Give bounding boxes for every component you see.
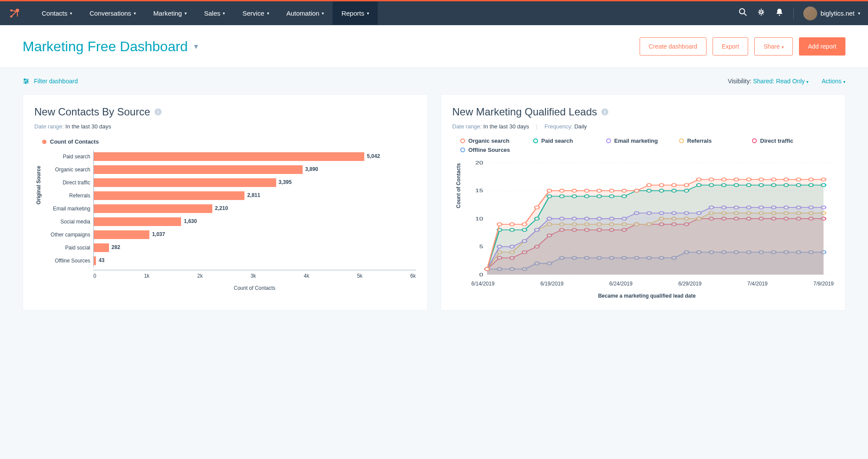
data-point[interactable]	[535, 206, 539, 209]
nav-item-reports[interactable]: Reports ▾	[333, 2, 378, 25]
chevron-down-icon: ▾	[134, 11, 136, 16]
bar-fill[interactable]	[94, 165, 303, 174]
data-point[interactable]	[597, 189, 601, 192]
data-point[interactable]	[497, 223, 502, 226]
bar-category-label: Referrals	[43, 193, 94, 199]
data-point[interactable]	[696, 178, 701, 181]
data-point[interactable]	[509, 223, 514, 226]
data-point[interactable]	[821, 178, 825, 181]
notifications-icon[interactable]	[775, 8, 784, 19]
bar-value-label: 2,811	[244, 192, 260, 198]
bar-category-label: Paid search	[43, 154, 94, 160]
x-axis-ticks: 01k2k3k4k5k6k	[93, 270, 416, 279]
bar-row: Email marketing 2,210	[94, 202, 416, 215]
x-tick: 6/14/2019	[472, 281, 495, 287]
line-chart: Count of Contacts 05101520 6/14/20196/19…	[460, 157, 834, 299]
data-point[interactable]	[547, 189, 551, 192]
legend-label: Paid search	[541, 138, 573, 144]
visibility-label: Visibility:	[728, 78, 751, 85]
settings-icon[interactable]	[757, 8, 766, 19]
bar-fill[interactable]	[94, 178, 276, 187]
bar-fill[interactable]	[94, 191, 244, 200]
x-tick: 5k	[357, 273, 363, 279]
x-tick: 1k	[144, 273, 150, 279]
export-button[interactable]: Export	[713, 37, 748, 56]
card-meta: Date range: In the last 30 days | Freque…	[452, 123, 834, 130]
data-point[interactable]	[559, 189, 564, 192]
data-point[interactable]	[771, 178, 776, 181]
bar-category-label: Other campaigns	[43, 232, 94, 238]
nav-item-service[interactable]: Service ▾	[234, 2, 277, 25]
data-point[interactable]	[634, 189, 638, 192]
filter-dashboard-link[interactable]: Filter dashboard	[23, 78, 78, 85]
data-point[interactable]	[622, 189, 626, 192]
svg-point-13	[24, 79, 26, 80]
chevron-down-icon: ▾	[858, 11, 860, 16]
data-point[interactable]	[584, 189, 589, 192]
nav-divider	[793, 8, 794, 19]
data-point[interactable]	[684, 184, 688, 187]
data-point[interactable]	[709, 178, 713, 181]
account-switcher[interactable]: biglytics.net ▾	[803, 7, 860, 20]
visibility-control[interactable]: Visibility: Shared: Read Only ▾	[728, 78, 809, 85]
bar-value-label: 3,890	[303, 166, 318, 172]
account-name: biglytics.net	[821, 10, 855, 17]
nav-item-conversations[interactable]: Conversations ▾	[81, 2, 145, 25]
legend-item[interactable]: Email marketing	[606, 138, 667, 144]
data-point[interactable]	[759, 178, 763, 181]
data-point[interactable]	[522, 223, 526, 226]
nav-item-contacts[interactable]: Contacts ▾	[33, 2, 81, 25]
data-point[interactable]	[659, 184, 663, 187]
bar-row: Paid search 5,042	[94, 150, 416, 163]
legend-ring	[460, 138, 465, 143]
bar-value-label: 282	[109, 244, 120, 250]
bar-value-label: 43	[96, 257, 104, 263]
data-point[interactable]	[721, 178, 726, 181]
search-icon[interactable]	[739, 8, 747, 19]
bar-fill[interactable]	[94, 230, 149, 239]
data-point[interactable]	[671, 184, 676, 187]
bar-fill[interactable]	[94, 152, 364, 161]
legend-item[interactable]: Offline Sources	[460, 147, 521, 153]
x-tick: 6/19/2019	[540, 281, 563, 287]
data-point[interactable]	[796, 178, 800, 181]
line-legend: Organic searchPaid searchEmail marketing…	[460, 138, 834, 153]
data-point[interactable]	[572, 189, 576, 192]
data-point[interactable]	[647, 184, 651, 187]
data-point[interactable]	[485, 268, 489, 271]
create-dashboard-button[interactable]: Create dashboard	[640, 37, 706, 56]
actions-dropdown[interactable]: Actions ▾	[822, 78, 845, 85]
data-point[interactable]	[734, 178, 738, 181]
data-point[interactable]	[746, 178, 751, 181]
x-tick: 6/29/2019	[678, 281, 701, 287]
data-point[interactable]	[784, 178, 788, 181]
x-tick: 3k	[251, 273, 256, 279]
chevron-down-icon: ▾	[185, 11, 187, 16]
bar-fill[interactable]	[94, 204, 212, 213]
bar-row: Direct traffic 3,395	[94, 176, 416, 189]
nav-item-automation[interactable]: Automation ▾	[278, 2, 333, 25]
data-point[interactable]	[809, 178, 813, 181]
dashboard-title-dropdown[interactable]: Marketing Free Dashboard ▾	[23, 39, 198, 55]
page-title: Marketing Free Dashboard	[23, 39, 188, 55]
add-report-button[interactable]: Add report	[799, 37, 845, 56]
bar-fill[interactable]	[94, 217, 181, 226]
bar-category-label: Email marketing	[43, 206, 94, 212]
legend-item[interactable]: Paid search	[533, 138, 594, 144]
info-icon[interactable]: i	[155, 108, 162, 115]
avatar	[803, 7, 817, 20]
legend-item[interactable]: Referrals	[679, 138, 740, 144]
hubspot-logo[interactable]	[8, 7, 21, 20]
card-title: New Contacts By Source i	[34, 106, 416, 118]
info-icon[interactable]: i	[601, 108, 608, 115]
nav-item-marketing[interactable]: Marketing ▾	[145, 2, 195, 25]
legend-item[interactable]: Direct traffic	[752, 138, 813, 144]
legend-item[interactable]: Organic search	[460, 138, 521, 144]
data-point[interactable]	[609, 189, 614, 192]
nav-item-sales[interactable]: Sales ▾	[195, 2, 234, 25]
bar-value-label: 1,037	[149, 231, 165, 237]
share-button[interactable]: Share ▾	[754, 37, 792, 56]
card-new-marketing-qualified-leads: New Marketing Qualified Leads i Date ran…	[441, 94, 846, 311]
main-navbar: Contacts ▾Conversations ▾Marketing ▾Sale…	[0, 1, 868, 25]
bar-fill[interactable]	[94, 243, 109, 252]
